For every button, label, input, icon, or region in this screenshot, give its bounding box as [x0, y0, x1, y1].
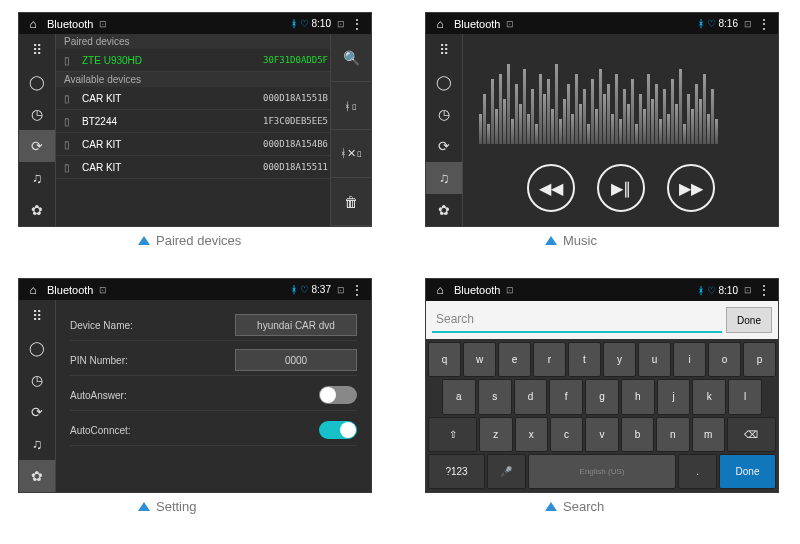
paired-icon[interactable]: ⟳	[19, 396, 55, 428]
period-key[interactable]: .	[678, 454, 717, 489]
caption: Search	[563, 499, 604, 514]
device-row[interactable]: ▯CAR KIT000D18A154B6	[56, 133, 371, 156]
autoconnect-toggle[interactable]	[319, 421, 357, 439]
device-name-field[interactable]: hyundai CAR dvd	[235, 314, 357, 336]
key-i[interactable]: i	[673, 342, 706, 377]
home-icon[interactable]: ⌂	[25, 283, 41, 297]
music-icon[interactable]: ♫	[426, 162, 462, 194]
settings-icon[interactable]: ✿	[426, 194, 462, 226]
picture-icon: ⊡	[99, 285, 107, 295]
home-icon[interactable]: ⌂	[25, 17, 41, 31]
key-z[interactable]: z	[479, 417, 512, 452]
device-row[interactable]: ▯CAR KIT000D18A1551B	[56, 87, 371, 110]
sidebar: ⠿ ◯ ◷ ⟳ ♫ ✿	[426, 34, 463, 226]
key-⇧[interactable]: ⇧	[428, 417, 477, 452]
picture-icon: ⊡	[506, 285, 514, 295]
device-row[interactable]: ▯CAR KIT000D18A15511	[56, 156, 371, 179]
menu-icon[interactable]: ⋮	[349, 17, 365, 31]
key-a[interactable]: a	[442, 379, 476, 414]
key-y[interactable]: y	[603, 342, 636, 377]
picture-icon: ⊡	[337, 285, 345, 295]
key-f[interactable]: f	[549, 379, 583, 414]
rewind-button[interactable]: ◀◀	[527, 164, 575, 212]
phone-icon: ▯	[64, 139, 76, 150]
trash-icon[interactable]: 🗑	[331, 178, 371, 226]
music-screen: ⌂ Bluetooth ⊡ ᚼ ♡ 8:16 ⊡ ⋮ ⠿ ◯ ◷ ⟳ ♫ ✿ ◀…	[425, 12, 779, 227]
autoconnect-label: AutoConncet:	[70, 425, 319, 436]
key-d[interactable]: d	[514, 379, 548, 414]
menu-icon[interactable]: ⋮	[756, 17, 772, 31]
time: 8:10	[719, 285, 738, 296]
bluetooth-icon: ᚼ	[698, 18, 704, 29]
history-icon[interactable]: ◷	[426, 98, 462, 130]
search-screen: ⌂ Bluetooth ⊡ ᚼ ♡ 8:10 ⊡ ⋮ Search Done q…	[425, 278, 779, 493]
key-t[interactable]: t	[568, 342, 601, 377]
key-⌫[interactable]: ⌫	[727, 417, 776, 452]
history-icon[interactable]: ◷	[19, 98, 55, 130]
device-row[interactable]: ▯BT22441F3C0DEB5EE5	[56, 110, 371, 133]
settings-form: Device Name:hyundai CAR dvd PIN Number:0…	[56, 300, 371, 492]
forward-button[interactable]: ▶▶	[667, 164, 715, 212]
music-icon[interactable]: ♫	[19, 428, 55, 460]
key-n[interactable]: n	[656, 417, 689, 452]
device-name-label: Device Name:	[70, 320, 235, 331]
pair-phone-icon[interactable]: ᚼ▯	[331, 82, 371, 130]
paired-icon[interactable]: ⟳	[426, 130, 462, 162]
key-w[interactable]: w	[463, 342, 496, 377]
key-b[interactable]: b	[621, 417, 654, 452]
key-v[interactable]: v	[585, 417, 618, 452]
dialpad-icon[interactable]: ⠿	[426, 34, 462, 66]
device-row[interactable]: ▯ZTE U930HD30F31D0ADD5F	[56, 49, 371, 72]
key-g[interactable]: g	[585, 379, 619, 414]
visualizer	[463, 34, 778, 154]
key-m[interactable]: m	[692, 417, 725, 452]
dialpad-icon[interactable]: ⠿	[19, 300, 55, 332]
paired-header: Paired devices	[56, 34, 371, 49]
space-key[interactable]: English (US)	[528, 454, 677, 489]
caption-arrow-icon	[138, 236, 150, 245]
key-c[interactable]: c	[550, 417, 583, 452]
key-r[interactable]: r	[533, 342, 566, 377]
autoanswer-toggle[interactable]	[319, 386, 357, 404]
done-key[interactable]: Done	[719, 454, 776, 489]
play-pause-button[interactable]: ▶∥	[597, 164, 645, 212]
menu-icon[interactable]: ⋮	[349, 283, 365, 297]
paired-icon[interactable]: ⟳	[19, 130, 55, 162]
key-u[interactable]: u	[638, 342, 671, 377]
unpair-phone-icon[interactable]: ᚼ✕▯	[331, 130, 371, 178]
menu-icon[interactable]: ⋮	[756, 283, 772, 297]
music-icon[interactable]: ♫	[19, 162, 55, 194]
search-icon[interactable]: 🔍	[331, 34, 371, 82]
key-j[interactable]: j	[657, 379, 691, 414]
settings-icon[interactable]: ✿	[19, 194, 55, 226]
mic-key[interactable]: 🎤	[487, 454, 526, 489]
key-k[interactable]: k	[692, 379, 726, 414]
status-bar: ⌂ Bluetooth ⊡ ᚼ ♡ 8:10 ⊡ ⋮	[19, 13, 371, 34]
search-input[interactable]: Search	[432, 307, 722, 333]
key-o[interactable]: o	[708, 342, 741, 377]
pin-field[interactable]: 0000	[235, 349, 357, 371]
topbar-title: Bluetooth	[454, 284, 500, 296]
key-e[interactable]: e	[498, 342, 531, 377]
caption-arrow-icon	[545, 236, 557, 245]
contacts-icon[interactable]: ◯	[426, 66, 462, 98]
home-icon[interactable]: ⌂	[432, 17, 448, 31]
history-icon[interactable]: ◷	[19, 364, 55, 396]
key-s[interactable]: s	[478, 379, 512, 414]
key-q[interactable]: q	[428, 342, 461, 377]
caption: Music	[563, 233, 597, 248]
settings-icon[interactable]: ✿	[19, 460, 55, 492]
key-p[interactable]: p	[743, 342, 776, 377]
caption: Setting	[156, 499, 196, 514]
contacts-icon[interactable]: ◯	[19, 332, 55, 364]
key-x[interactable]: x	[515, 417, 548, 452]
key-h[interactable]: h	[621, 379, 655, 414]
dialpad-icon[interactable]: ⠿	[19, 34, 55, 66]
available-header: Available devices	[56, 72, 371, 87]
key-l[interactable]: l	[728, 379, 762, 414]
bluetooth-icon: ᚼ	[698, 285, 704, 296]
home-icon[interactable]: ⌂	[432, 283, 448, 297]
done-button[interactable]: Done	[726, 307, 772, 333]
contacts-icon[interactable]: ◯	[19, 66, 55, 98]
symbols-key[interactable]: ?123	[428, 454, 485, 489]
